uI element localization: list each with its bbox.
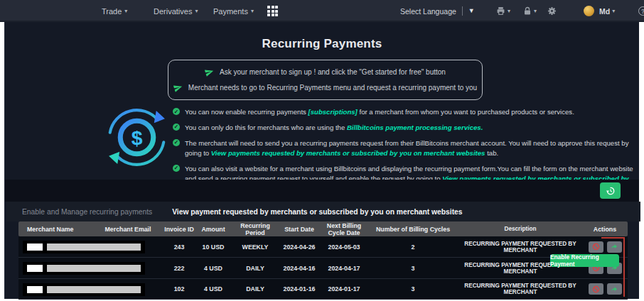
cell-invoice-id: 102: [163, 285, 195, 292]
table-row: 102 4 USD DAILY 2024-01-16 2024-01-17 3 …: [18, 279, 628, 300]
block-icon: [592, 243, 600, 251]
page-title: Recurring Payments: [5, 37, 639, 51]
forward-arrow-icon: [610, 285, 618, 293]
help-button[interactable]: ?: [638, 0, 644, 22]
chevron-down-icon: ▾: [124, 9, 127, 14]
bullet-item: ✓ The merchant will need to send you a r…: [173, 138, 640, 158]
svg-text:$: $: [132, 126, 143, 149]
cell-description: RECURRING PAYMENT REQUESTED BY MERCHANT: [458, 283, 583, 295]
col-header-recurring-period: Recurring Period: [232, 222, 279, 236]
cell-amount: 4 USD: [195, 285, 232, 292]
cell-description: RECURRING PAYMENT REQUESTED BY MERCHANT: [458, 241, 583, 253]
recurring-dollar-icon: $: [104, 104, 170, 170]
cell-period: DAILY: [232, 285, 279, 292]
red-highlight-line: [623, 237, 625, 297]
bullet-text: You can now enable recurring payments: [185, 108, 308, 116]
redacted-merchant-info: [23, 283, 145, 296]
col-header-merchant-email: Merchant Email: [92, 226, 163, 233]
nav-item-label: Trade: [102, 7, 122, 16]
cancel-payment-button[interactable]: [589, 241, 603, 253]
cell-invoice-id: 243: [163, 243, 195, 251]
printer-menu[interactable]: ▾: [496, 0, 510, 22]
table-header-row: Merchant Name Merchant Email Invoice ID …: [18, 221, 628, 236]
bullet-emphasis: Billbitcoins payment processing services…: [347, 124, 483, 131]
enable-payment-button[interactable]: [607, 283, 622, 295]
paper-plane-icon: [173, 83, 183, 92]
instruction-text: Ask your merchant to sign up ! and click…: [220, 68, 446, 76]
refresh-history-button[interactable]: [600, 182, 621, 199]
enable-payment-tooltip: Enable Recurring Payment: [550, 254, 619, 267]
chevron-down-icon: ▾: [612, 9, 615, 14]
bullet-link[interactable]: View payments requested by merchants or …: [211, 149, 485, 157]
nav-item-label: Derivatives: [154, 7, 192, 16]
col-header-merchant-name: Merchant Name: [18, 226, 92, 233]
user-name: Md: [599, 7, 610, 16]
bullet-text: You can only do this for merchants who a…: [185, 124, 347, 131]
chevron-down-icon: ▾: [195, 9, 198, 14]
instructions-box: Ask your merchant to sign up ! and click…: [168, 60, 483, 100]
language-selector[interactable]: Select Language ▼: [400, 0, 475, 22]
toolbar-band: [5, 180, 639, 202]
apps-grid-icon: [267, 6, 278, 16]
col-header-start-date: Start Date: [279, 226, 320, 233]
check-icon: ✓: [173, 139, 180, 146]
instruction-text: Merchant needs to go to Recurring Paymen…: [188, 84, 477, 92]
help-icon: ?: [638, 6, 644, 16]
lock-menu[interactable]: ▾: [523, 0, 537, 22]
bullet-item: ✓ You can now enable recurring payments …: [173, 107, 640, 117]
bullet-text: for a merchant from whom you want to pur…: [358, 108, 574, 116]
cell-next-billing: 2024-04-17: [320, 265, 368, 272]
col-header-next-billing: Next Billing Cycle Date: [320, 222, 368, 236]
content-card: Recurring Payments Ask your merchant to …: [4, 22, 639, 299]
check-icon: ✓: [173, 108, 180, 115]
cancel-payment-button[interactable]: [589, 283, 603, 295]
cell-start-date: 2024-01-16: [279, 285, 320, 292]
language-label: Select Language: [400, 7, 456, 16]
bullet-emphasis: [subscriptions]: [308, 108, 358, 116]
cell-cycles: 2: [368, 243, 458, 251]
col-header-invoice-id: Invoice ID: [163, 226, 195, 233]
chevron-down-icon: ▼: [468, 8, 475, 14]
red-highlight-line: [601, 237, 625, 239]
redacted-merchant-info: [23, 241, 145, 253]
chevron-down-icon: ▾: [534, 9, 537, 14]
cell-amount: 10 USD: [195, 243, 232, 251]
cell-start-date: 2024-04-26: [279, 243, 320, 251]
recurring-payments-table: Merchant Name Merchant Email Invoice ID …: [18, 221, 628, 300]
forward-arrow-icon: [610, 243, 618, 251]
tab-bar: Enable and Manage recurring payments Vie…: [6, 202, 640, 221]
col-header-description: Description: [458, 226, 583, 232]
avatar: [584, 6, 594, 16]
divider: [462, 6, 463, 16]
user-menu[interactable]: Md ▾: [584, 0, 615, 22]
check-icon: ✓: [173, 165, 180, 172]
gear-icon: [547, 6, 557, 16]
tab-view-requested[interactable]: View payment requested by merchants or s…: [172, 208, 462, 216]
nav-item-label: Payments: [213, 7, 248, 16]
cell-cycles: 3: [368, 285, 458, 292]
cell-cycles: 3: [368, 265, 458, 272]
chevron-down-icon: ▾: [251, 9, 254, 14]
enable-payment-button[interactable]: [607, 241, 622, 253]
nav-item-trade[interactable]: Trade ▾: [102, 0, 127, 22]
cell-period: WEEKLY: [232, 243, 279, 251]
history-icon: [606, 186, 616, 196]
lock-icon: [523, 6, 532, 16]
printer-icon: [496, 6, 505, 16]
paper-plane-icon: [205, 67, 214, 77]
chevron-down-icon: ▾: [508, 9, 510, 14]
settings-button[interactable]: [547, 0, 557, 22]
redacted-merchant-info: [23, 262, 145, 275]
cell-period: DAILY: [232, 265, 279, 272]
instruction-line: Merchant needs to go to Recurring Paymen…: [173, 83, 477, 92]
nav-item-payments[interactable]: Payments ▾: [213, 0, 254, 22]
cell-amount: 4 USD: [195, 265, 232, 272]
col-header-amount: Amount: [195, 226, 232, 233]
apps-grid-icon[interactable]: [267, 0, 278, 22]
nav-item-derivatives[interactable]: Derivatives ▾: [154, 0, 198, 22]
tab-enable-manage[interactable]: Enable and Manage recurring payments: [22, 208, 152, 216]
top-nav: Trade ▾ Derivatives ▾ Payments ▾ Select …: [0, 0, 644, 22]
cell-next-billing: 2024-05-03: [320, 243, 368, 251]
check-icon: ✓: [173, 124, 180, 131]
cell-start-date: 2024-04-16: [279, 265, 320, 272]
